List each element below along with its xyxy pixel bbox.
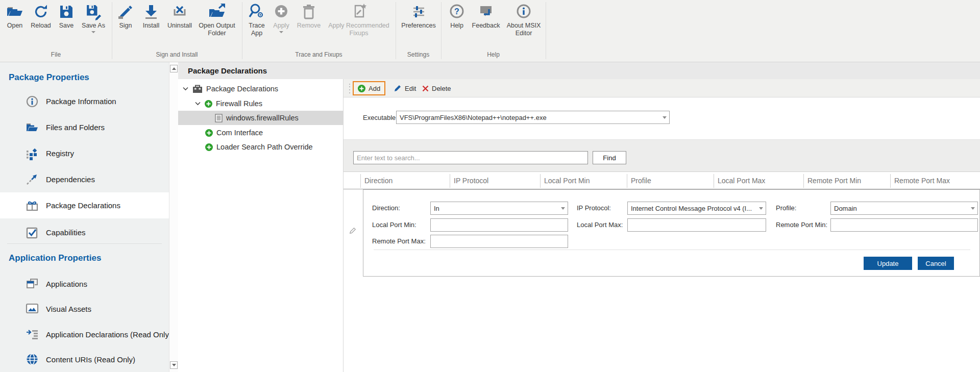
install-arrow-icon: [142, 3, 160, 21]
ribbon-separator: [546, 2, 546, 59]
edit-button[interactable]: Edit: [389, 81, 420, 95]
sidebar-item-label: Capabilities: [46, 228, 86, 237]
ip-protocol-combobox[interactable]: Internet Control Message Protocol v4 (I.…: [627, 202, 766, 215]
column-separator: [627, 174, 627, 188]
save-label: Save: [55, 22, 78, 30]
remote-port-min-label: Remote Port Min:: [776, 218, 827, 232]
reload-button[interactable]: Reload: [28, 2, 54, 30]
column-header-remote-port-max[interactable]: Remote Port Max: [894, 172, 950, 190]
sign-pencil-icon: [116, 3, 135, 21]
chevron-down-icon[interactable]: [183, 87, 188, 91]
remove-label: Remove: [294, 22, 324, 30]
help-button[interactable]: ? Help: [446, 2, 468, 30]
apply-recommended-fixups-button[interactable]: Apply Recommended Fixups: [326, 2, 392, 37]
chevron-down-icon[interactable]: [195, 102, 201, 106]
ribbon: Open Reload Save Save As Sign Install Un…: [0, 0, 980, 62]
sidebar: Package Properties Package Information F…: [0, 62, 169, 372]
sidebar-item-content-uris[interactable]: Content URIs (Read Only): [0, 346, 169, 372]
add-button[interactable]: Add: [353, 81, 385, 95]
direction-combobox[interactable]: In: [430, 202, 568, 215]
add-circle-icon: [205, 143, 213, 151]
open-folder-icon: [6, 3, 24, 21]
remote-port-max-input[interactable]: [430, 235, 568, 248]
cancel-button[interactable]: Cancel: [918, 257, 954, 270]
update-button[interactable]: Update: [864, 257, 912, 270]
combo-arrow-icon: [756, 207, 766, 210]
search-input[interactable]: [353, 151, 588, 164]
sidebar-item-label: Content URIs (Read Only): [46, 355, 135, 364]
sidebar-item-package-information[interactable]: Package Information: [0, 88, 169, 114]
dropdown-chevron-icon: [279, 31, 283, 33]
about-msix-editor-label: About MSIX Editor: [504, 22, 544, 37]
open-button[interactable]: Open: [3, 2, 27, 30]
sidebar-item-capabilities[interactable]: Capabilities: [0, 219, 169, 245]
sidebar-scrollbar[interactable]: [169, 62, 178, 372]
sidebar-item-applications[interactable]: Applications: [0, 271, 169, 296]
sign-button[interactable]: Sign: [114, 2, 137, 30]
ribbon-group-settings: Settings: [396, 51, 441, 58]
executable-combobox[interactable]: VFS\ProgramFilesX86\Notepad++\notepad++.…: [396, 111, 670, 124]
sidebar-item-application-declarations[interactable]: Application Declarations (Read Only): [0, 321, 169, 347]
preferences-sliders-icon: [409, 3, 428, 21]
profile-label: Profile:: [776, 202, 796, 215]
trace-app-button[interactable]: Trace App: [245, 2, 268, 37]
column-header-local-port-max[interactable]: Local Port Max: [718, 172, 765, 190]
about-info-icon: [514, 3, 533, 21]
sidebar-item-dependencies[interactable]: Dependencies: [0, 166, 169, 192]
scrollbar-up-arrow[interactable]: [170, 65, 178, 72]
sidebar-item-files-and-folders[interactable]: Files and Folders: [0, 114, 169, 140]
column-separator: [890, 174, 891, 188]
save-as-button[interactable]: Save As: [79, 2, 108, 33]
preferences-label: Preferences: [398, 22, 439, 30]
apply-button[interactable]: Apply: [270, 2, 293, 33]
scrollbar-down-arrow[interactable]: [170, 361, 178, 369]
page-title: Package Declarations: [188, 66, 267, 75]
profile-combobox[interactable]: Domain: [830, 202, 978, 215]
column-header-local-port-min[interactable]: Local Port Min: [544, 172, 590, 190]
feedback-button[interactable]: Feedback: [469, 2, 503, 30]
about-msix-editor-button[interactable]: About MSIX Editor: [504, 2, 544, 37]
tree-row-windows-firewallrules[interactable]: windows.firewallRules: [178, 111, 343, 125]
column-header-profile[interactable]: Profile: [631, 172, 651, 190]
local-port-min-label: Local Port Min:: [372, 218, 416, 232]
column-header-direction[interactable]: Direction: [364, 172, 393, 190]
install-button[interactable]: Install: [138, 2, 164, 30]
ribbon-group-sign-and-install: Sign and Install: [112, 51, 242, 58]
sidebar-item-package-declarations[interactable]: Package Declarations: [0, 192, 169, 218]
fixups-doc-icon: [350, 3, 368, 21]
preferences-button[interactable]: Preferences: [398, 2, 439, 30]
tree-row-com-interface[interactable]: Com Interface: [178, 126, 343, 140]
dropdown-chevron-icon: [91, 31, 95, 33]
tree-row-loader-search-path-override[interactable]: Loader Search Path Override: [178, 140, 343, 154]
profile-value: Domain: [831, 205, 968, 212]
column-separator: [540, 174, 541, 188]
tree-row-firewall-rules[interactable]: Firewall Rules: [178, 96, 343, 111]
trace-app-label: Trace App: [245, 22, 268, 37]
sidebar-item-visual-assets[interactable]: Visual Assets: [0, 296, 169, 321]
sidebar-header-application-properties: Application Properties: [9, 252, 101, 264]
column-header-remote-port-min[interactable]: Remote Port Min: [807, 172, 861, 190]
tree-row-package-declarations[interactable]: Package Declarations: [178, 82, 343, 96]
sidebar-item-registry[interactable]: Registry: [0, 140, 169, 166]
toolbar-grip-handle[interactable]: [349, 83, 350, 94]
uninstall-button[interactable]: Uninstall: [165, 2, 194, 30]
remove-button[interactable]: Remove: [294, 2, 324, 30]
apply-label: Apply: [270, 22, 293, 30]
help-question-icon: ?: [448, 3, 466, 21]
combo-arrow-icon: [660, 116, 669, 119]
save-button[interactable]: Save: [55, 2, 78, 30]
image-icon: [26, 302, 39, 315]
open-output-folder-button[interactable]: Open Output Folder: [195, 2, 239, 37]
local-port-min-input[interactable]: [430, 218, 568, 232]
open-output-folder-label: Open Output Folder: [195, 22, 239, 37]
add-label: Add: [369, 85, 380, 92]
arrow-list-icon: [26, 328, 39, 341]
reload-icon: [32, 3, 50, 21]
delete-button[interactable]: Delete: [418, 81, 455, 95]
local-port-max-input[interactable]: [627, 218, 766, 232]
trace-app-icon: [248, 3, 266, 21]
column-header-ip-protocol[interactable]: IP Protocol: [454, 172, 488, 190]
document-icon: [215, 114, 223, 122]
remote-port-min-input[interactable]: [830, 218, 978, 232]
find-button[interactable]: Find: [593, 151, 626, 164]
